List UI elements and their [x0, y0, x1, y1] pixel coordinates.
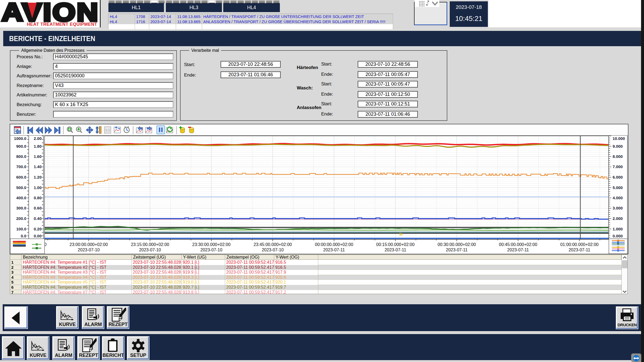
- svg-text:2023-07-11: 2023-07-11: [323, 248, 345, 252]
- svg-text:5.000: 5.000: [613, 185, 623, 190]
- svg-text:700.0: 700.0: [16, 164, 26, 169]
- svg-text:10.000: 10.000: [613, 136, 625, 141]
- svg-text:0.00: 0.00: [34, 234, 42, 238]
- svg-text:HEAT TREATMENT EQUIPMENT: HEAT TREATMENT EQUIPMENT: [27, 22, 97, 27]
- svg-text:1.40: 1.40: [34, 164, 42, 169]
- svg-text:23:15:00.000+02:00: 23:15:00.000+02:00: [131, 242, 169, 247]
- svg-text:1.80: 1.80: [34, 144, 42, 149]
- svg-text:0.60: 0.60: [34, 206, 42, 210]
- svg-text:2023-07-10: 2023-07-10: [262, 248, 284, 252]
- svg-text:01:00:00.000+02:00: 01:00:00.000+02:00: [560, 242, 599, 247]
- svg-text:23:30:00.000+02:00: 23:30:00.000+02:00: [192, 242, 230, 247]
- svg-text:6.000: 6.000: [613, 175, 623, 179]
- svg-text:0.0: 0.0: [21, 234, 26, 238]
- svg-text:0.80: 0.80: [34, 196, 42, 200]
- svg-text:2023-07-11: 2023-07-11: [569, 248, 590, 252]
- svg-text:2.000: 2.000: [613, 216, 623, 221]
- svg-text:0.000: 0.000: [613, 234, 623, 238]
- svg-text:2023-07-10: 2023-07-10: [78, 248, 100, 252]
- svg-text:400.0: 400.0: [16, 196, 26, 200]
- svg-text:2023-07-10: 2023-07-10: [139, 248, 161, 252]
- svg-text:900.0: 900.0: [16, 144, 26, 149]
- svg-text:00:15:00.000+02:00: 00:15:00.000+02:00: [376, 242, 415, 247]
- svg-text:600.0: 600.0: [16, 175, 26, 179]
- svg-text:0.40: 0.40: [34, 216, 42, 221]
- svg-text:23:00:00.000+02:00: 23:00:00.000+02:00: [69, 242, 108, 247]
- svg-text:7.000: 7.000: [613, 164, 623, 169]
- svg-text:100.0: 100.0: [16, 227, 26, 231]
- svg-text:2023-07-11: 2023-07-11: [385, 248, 406, 252]
- svg-text:2023-07-10: 2023-07-10: [200, 248, 222, 252]
- svg-text:00:30:00.000+02:00: 00:30:00.000+02:00: [438, 242, 476, 247]
- svg-text:3.000: 3.000: [613, 206, 623, 210]
- svg-text:1.00: 1.00: [34, 185, 42, 190]
- svg-text:300.0: 300.0: [16, 206, 26, 210]
- svg-text:00:00:00.000+02:00: 00:00:00.000+02:00: [315, 242, 353, 247]
- svg-text:800.0: 800.0: [16, 154, 26, 159]
- svg-text:1.20: 1.20: [34, 175, 42, 179]
- svg-text:2023-07-11: 2023-07-11: [446, 248, 468, 252]
- svg-text:1.60: 1.60: [34, 154, 42, 159]
- svg-text:8.000: 8.000: [613, 154, 623, 159]
- svg-text:9.000: 9.000: [613, 144, 623, 149]
- svg-text:00:45:00.000+02:00: 00:45:00.000+02:00: [499, 242, 537, 247]
- svg-text:1:1: 1:1: [105, 128, 110, 132]
- svg-text:BERICHTE - EINZELHEITEN: BERICHTE - EINZELHEITEN: [9, 34, 95, 43]
- svg-text:200.0: 200.0: [16, 216, 26, 221]
- svg-text:0.20: 0.20: [34, 227, 42, 231]
- svg-text:1000.0: 1000.0: [14, 136, 26, 141]
- svg-text:4.000: 4.000: [613, 196, 623, 200]
- svg-text:2.00: 2.00: [34, 136, 42, 141]
- svg-text:1.000: 1.000: [613, 227, 623, 231]
- svg-text:2023-07-11: 2023-07-11: [507, 248, 529, 252]
- svg-text:500.0: 500.0: [16, 185, 26, 190]
- svg-text:23:45:00.000+02:00: 23:45:00.000+02:00: [254, 242, 292, 247]
